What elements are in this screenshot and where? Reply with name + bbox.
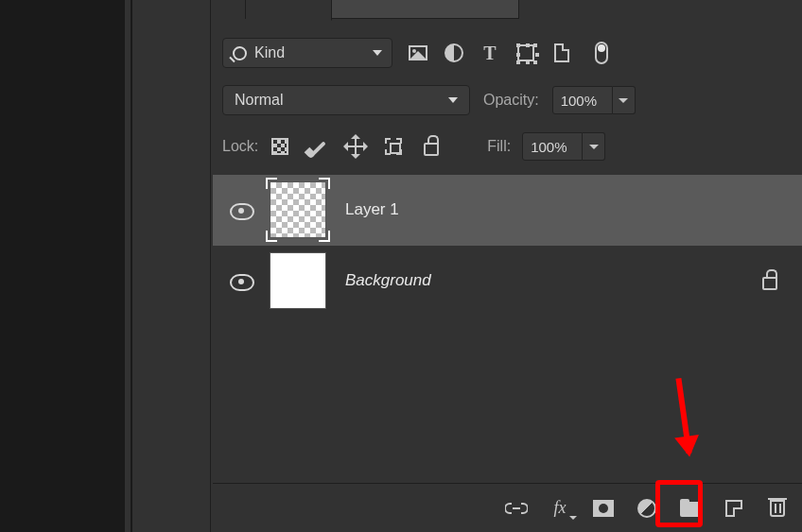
panel-tabs[interactable] <box>245 0 519 19</box>
filter-kind-label: Kind <box>254 44 285 61</box>
layer-mask-button[interactable] <box>592 497 615 520</box>
filter-adjustment-icon[interactable] <box>444 43 464 63</box>
layer-thumbnail[interactable] <box>270 181 326 238</box>
layers-bottom-bar: fx <box>213 483 802 532</box>
layer-row[interactable]: Background <box>213 246 802 317</box>
filter-type-icon[interactable]: T <box>479 43 500 63</box>
collapsed-panel-strip <box>140 0 211 532</box>
canvas-area <box>0 0 132 532</box>
lock-label: Lock: <box>222 138 258 155</box>
opacity-stepper[interactable] <box>613 86 636 114</box>
filter-kind-select[interactable]: Kind <box>222 38 392 68</box>
layer-filter-row: Kind T <box>222 36 790 70</box>
chevron-down-icon <box>373 50 382 56</box>
blend-row: Normal Opacity: 100% <box>222 85 790 115</box>
lock-transparency-icon[interactable] <box>270 136 290 157</box>
annotation-arrow <box>675 378 691 454</box>
new-layer-button[interactable] <box>723 497 745 520</box>
chevron-down-icon <box>448 97 458 103</box>
fill-value[interactable]: 100% <box>522 132 583 161</box>
blend-mode-value: Normal <box>235 92 284 109</box>
delete-layer-button[interactable] <box>766 497 789 520</box>
blend-mode-select[interactable]: Normal <box>222 85 470 115</box>
layers-panel: Kind T Normal Opacity: 100% Lock: Fill: … <box>213 0 802 532</box>
visibility-toggle[interactable] <box>230 274 251 287</box>
opacity-label[interactable]: Opacity: <box>483 92 539 109</box>
layer-name[interactable]: Background <box>345 271 431 290</box>
opacity-input[interactable]: 100% <box>552 86 636 114</box>
layer-thumbnail[interactable] <box>270 252 326 309</box>
annotation-highlight-box <box>655 480 703 527</box>
opacity-value[interactable]: 100% <box>552 86 613 114</box>
layers-list: Layer 1 Background <box>213 175 802 317</box>
link-layers-button[interactable] <box>505 497 528 520</box>
lock-row: Lock: Fill: 100% <box>222 132 790 161</box>
lock-position-icon[interactable] <box>345 136 366 157</box>
fill-stepper[interactable] <box>583 132 605 161</box>
filter-smartobject-icon[interactable] <box>551 43 572 63</box>
layer-style-button[interactable]: fx <box>549 497 571 520</box>
filter-pixel-icon[interactable] <box>408 43 428 63</box>
visibility-toggle[interactable] <box>230 203 251 216</box>
layer-row[interactable]: Layer 1 <box>213 175 802 246</box>
lock-artboard-icon[interactable] <box>383 136 404 157</box>
filter-shape-icon[interactable] <box>515 43 536 63</box>
lock-paint-icon[interactable] <box>307 136 328 157</box>
fill-input[interactable]: 100% <box>522 132 605 161</box>
lock-all-icon[interactable] <box>421 136 442 157</box>
search-icon <box>233 46 247 60</box>
lock-icon[interactable] <box>762 277 777 290</box>
fill-label[interactable]: Fill: <box>487 138 511 155</box>
layer-name[interactable]: Layer 1 <box>345 200 399 219</box>
filter-toggle[interactable] <box>587 43 608 63</box>
